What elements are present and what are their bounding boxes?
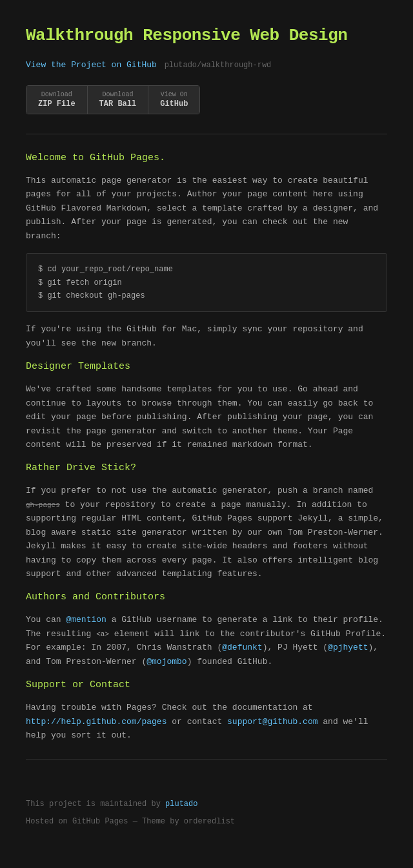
- footer: This project is maintained by plutado Ho…: [26, 785, 387, 829]
- help-pages-link[interactable]: http://help.github.com/pages: [26, 717, 166, 727]
- page-wrapper: Walkthrough Responsive Web Design View t…: [6, 0, 407, 860]
- footer-maintainer-text: This project is maintained by: [26, 800, 161, 809]
- footer-maintainer: This project is maintained by plutado: [26, 798, 387, 811]
- repo-path: plutado/walkthrough-rwd: [165, 61, 272, 70]
- section-authors-para1: You can @mention a GitHub username to ge…: [26, 613, 387, 668]
- a-element-code: <a>: [96, 630, 109, 638]
- github-button-top-label: View On: [161, 91, 188, 98]
- code-block: $ cd your_repo_root/repo_name $ git fetc…: [26, 253, 387, 312]
- support-email-link[interactable]: support@github.com: [227, 717, 317, 727]
- tar-button-top-label: Download: [102, 91, 133, 98]
- zip-button-main-label: ZIP File: [38, 99, 76, 108]
- divider-top: [26, 134, 387, 134]
- section-authors-heading: Authors and Contributors: [26, 590, 387, 605]
- code-line-1: $ cd your_repo_root/repo_name: [38, 263, 375, 276]
- footer-hosted: Hosted on GitHub Pages — Theme by ordere…: [26, 816, 387, 829]
- download-buttons-group: Download ZIP File Download TAR Ball View…: [26, 85, 200, 114]
- tar-button-main-label: TAR Ball: [99, 99, 137, 108]
- defunkt-link[interactable]: @defunkt: [222, 643, 262, 652]
- gh-pages-inline-code: gh-pages: [26, 501, 60, 509]
- view-on-github-button[interactable]: View On GitHub: [148, 86, 199, 114]
- section-drive-stick-para1: If you prefer to not use the automatic g…: [26, 484, 387, 581]
- section-welcome: Welcome to GitHub Pages. This automatic …: [26, 150, 387, 350]
- section-support: Support or Contact Having trouble with P…: [26, 677, 387, 742]
- github-link-section: View the Project on GitHub plutado/walkt…: [26, 59, 387, 72]
- view-project-link[interactable]: View the Project on GitHub: [26, 60, 157, 70]
- section-designer-templates: Designer Templates We've crafted some ha…: [26, 359, 387, 451]
- github-button-main-label: GitHub: [160, 99, 188, 108]
- mojombo-link[interactable]: @mojombo: [146, 657, 186, 666]
- pjhyett-link[interactable]: @pjhyett: [328, 643, 368, 652]
- section-welcome-heading: Welcome to GitHub Pages.: [26, 150, 387, 166]
- section-support-para1: Having trouble with Pages? Check out the…: [26, 701, 387, 742]
- section-welcome-para2: If you're using the GitHub for Mac, simp…: [26, 322, 387, 350]
- section-designer-heading: Designer Templates: [26, 359, 387, 375]
- section-support-heading: Support or Contact: [26, 677, 387, 693]
- download-zip-button[interactable]: Download ZIP File: [26, 86, 88, 114]
- footer-maintainer-link[interactable]: plutado: [165, 800, 197, 809]
- section-welcome-para1: This automatic page generator is the eas…: [26, 174, 387, 243]
- code-line-2: $ git fetch origin: [38, 276, 375, 289]
- divider-bottom: [26, 759, 387, 760]
- code-line-3: $ git checkout gh-pages: [38, 289, 375, 302]
- section-authors: Authors and Contributors You can @mentio…: [26, 590, 387, 668]
- section-drive-stick: Rather Drive Stick? If you prefer to not…: [26, 460, 387, 581]
- zip-button-top-label: Download: [41, 91, 72, 98]
- mention-link[interactable]: @mention: [66, 615, 106, 625]
- section-drive-stick-heading: Rather Drive Stick?: [26, 460, 387, 476]
- section-designer-para1: We've crafted some handsome templates fo…: [26, 382, 387, 451]
- page-title: Walkthrough Responsive Web Design: [26, 26, 387, 46]
- download-tar-button[interactable]: Download TAR Ball: [88, 86, 149, 114]
